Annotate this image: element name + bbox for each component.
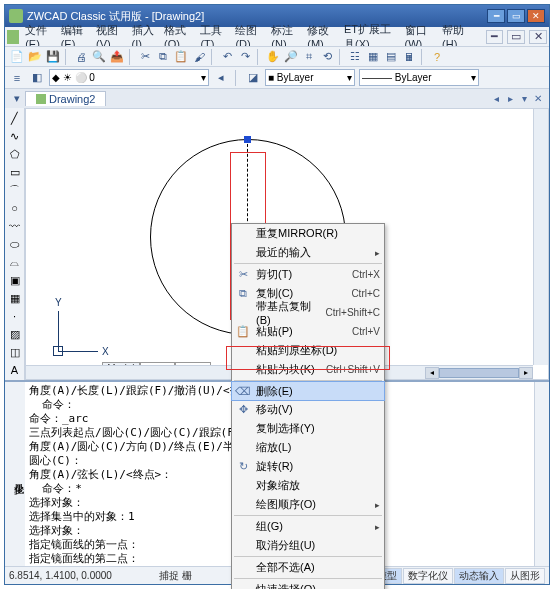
layer-toolbar: ≡ ◧ ◆ ☀ ⚪ 0▾ ◂ ◪ ■ ByLayer▾ ——— ByLayer▾: [5, 66, 549, 88]
new-icon[interactable]: 📄: [9, 49, 25, 65]
status-snap[interactable]: 捕捉 栅: [159, 569, 192, 583]
vscrollbar[interactable]: [533, 109, 548, 365]
ctx-item[interactable]: 绘图顺序(O)▸: [232, 495, 384, 514]
minimize-button[interactable]: ━: [487, 9, 505, 23]
design-center-icon[interactable]: ▦: [365, 49, 381, 65]
paste-icon[interactable]: 📋: [173, 49, 189, 65]
arc-tool-icon[interactable]: ⌒: [7, 182, 23, 198]
status-dyn-input[interactable]: 动态输入: [454, 568, 504, 584]
save-icon[interactable]: 💾: [45, 49, 61, 65]
open-icon[interactable]: 📂: [27, 49, 43, 65]
line-tool-icon[interactable]: ╱: [7, 110, 23, 126]
zoom-rt-icon[interactable]: 🔎: [283, 49, 299, 65]
ctx-item-shortcut: Ctrl+V: [352, 326, 380, 337]
ctx-item[interactable]: 快速选择(Q)...: [232, 580, 384, 589]
ctx-item[interactable]: 粘贴到原坐标(D): [232, 341, 384, 360]
ctx-item[interactable]: 对象缩放: [232, 476, 384, 495]
ctx-item[interactable]: ✂剪切(T)Ctrl+X: [232, 265, 384, 284]
ctx-item[interactable]: 粘贴为块(K)Ctrl+Shift+V: [232, 360, 384, 379]
ctx-item-shortcut: Ctrl+C: [351, 288, 380, 299]
doc-dropdown-icon[interactable]: ▾: [9, 91, 25, 107]
ctx-item[interactable]: 带基点复制(B)Ctrl+Shift+C: [232, 303, 384, 322]
layer-mgr-icon[interactable]: ≡: [9, 70, 25, 86]
doc-tab-active[interactable]: Drawing2: [25, 91, 106, 106]
cmd-scrollbar[interactable]: [534, 382, 549, 566]
cmd-side-label[interactable]: 最少化: [5, 382, 25, 566]
copy-icon[interactable]: ⧉: [155, 49, 171, 65]
color-dropdown[interactable]: ■ ByLayer▾: [265, 69, 355, 86]
color-icon[interactable]: ◪: [245, 70, 261, 86]
ctx-item[interactable]: 📋粘贴(P)Ctrl+V: [232, 322, 384, 341]
mdi-min-button[interactable]: ━: [486, 30, 503, 44]
make-block-icon[interactable]: ▦: [7, 290, 23, 306]
mdi-close-button[interactable]: ✕: [529, 30, 547, 44]
ctx-item-shortcut: Ctrl+Shift+C: [326, 307, 380, 318]
ellipse-arc-icon[interactable]: ⌓: [7, 254, 23, 270]
rect-tool-icon[interactable]: ▭: [7, 164, 23, 180]
insert-block-icon[interactable]: ▣: [7, 272, 23, 288]
submenu-arrow-icon: ▸: [375, 500, 380, 510]
layer-state-icon[interactable]: ◧: [29, 70, 45, 86]
ctx-item[interactable]: ↻旋转(R): [232, 457, 384, 476]
ctx-item[interactable]: 组(G)▸: [232, 517, 384, 536]
ctx-item-label: 组(G): [256, 519, 283, 534]
spline-tool-icon[interactable]: 〰: [7, 218, 23, 234]
ctx-item[interactable]: 全部不选(A): [232, 558, 384, 577]
grip-top[interactable]: [244, 136, 251, 143]
ellipse-tool-icon[interactable]: ⬭: [7, 236, 23, 252]
props-icon[interactable]: ☷: [347, 49, 363, 65]
ctx-item[interactable]: 最近的输入▸: [232, 243, 384, 262]
help-icon[interactable]: ?: [429, 49, 445, 65]
ctx-item-label: 粘贴到原坐标(D): [256, 343, 337, 358]
preview-icon[interactable]: 🔍: [91, 49, 107, 65]
polygon-tool-icon[interactable]: ⬠: [7, 146, 23, 162]
point-tool-icon[interactable]: ·: [7, 308, 23, 324]
maximize-button[interactable]: ▭: [507, 9, 525, 23]
ctx-item[interactable]: ✥移动(V): [232, 400, 384, 419]
linetype-dropdown[interactable]: ——— ByLayer▾: [359, 69, 479, 86]
tab-nav-list-icon[interactable]: ▾: [517, 92, 531, 106]
zoom-win-icon[interactable]: ⌗: [301, 49, 317, 65]
ctx-item-icon: ⌫: [236, 384, 250, 398]
ctx-item[interactable]: 缩放(L): [232, 438, 384, 457]
ctx-item[interactable]: ⌫删除(E): [231, 381, 385, 401]
tab-nav-next-icon[interactable]: ▸: [503, 92, 517, 106]
undo-icon[interactable]: ↶: [219, 49, 235, 65]
tab-nav-prev-icon[interactable]: ◂: [489, 92, 503, 106]
ctx-item[interactable]: 取消分组(U): [232, 536, 384, 555]
standard-toolbar: 📄 📂 💾 🖨 🔍 📤 ✂ ⧉ 📋 🖌 ↶ ↷ ✋ 🔎 ⌗ ⟲ ☷ ▦ ▤ 🖩 …: [5, 46, 549, 66]
status-from-drawing[interactable]: 从图形: [505, 568, 545, 584]
layer-dropdown[interactable]: ◆ ☀ ⚪ 0▾: [49, 69, 209, 86]
ctx-item-label: 缩放(L): [256, 440, 291, 455]
ctx-item-label: 复制选择(Y): [256, 421, 315, 436]
calc-icon[interactable]: 🖩: [401, 49, 417, 65]
tab-close-icon[interactable]: ✕: [531, 92, 545, 106]
redo-icon[interactable]: ↷: [237, 49, 253, 65]
text-tool-icon[interactable]: A: [7, 362, 23, 378]
layer-prev-icon[interactable]: ◂: [213, 70, 229, 86]
hatch-tool-icon[interactable]: ▨: [7, 326, 23, 342]
pline-tool-icon[interactable]: ∿: [7, 128, 23, 144]
doc-tab-label: Drawing2: [49, 93, 95, 105]
ctx-item[interactable]: 复制选择(Y): [232, 419, 384, 438]
region-tool-icon[interactable]: ◫: [7, 344, 23, 360]
ctx-item-label: 删除(E): [256, 384, 293, 399]
print-icon[interactable]: 🖨: [73, 49, 89, 65]
close-button[interactable]: ✕: [527, 9, 545, 23]
ctx-item-label: 粘贴(P): [256, 324, 293, 339]
ctx-item-icon: ⧉: [236, 287, 250, 301]
circle-tool-icon[interactable]: ○: [7, 200, 23, 216]
mdi-restore-button[interactable]: ▭: [507, 30, 525, 44]
ctx-item-label: 对象缩放: [256, 478, 300, 493]
cut-icon[interactable]: ✂: [137, 49, 153, 65]
ctx-item[interactable]: 重复MIRROR(R): [232, 224, 384, 243]
publish-icon[interactable]: 📤: [109, 49, 125, 65]
status-tablet[interactable]: 数字化仪: [403, 568, 453, 584]
zoom-prev-icon[interactable]: ⟲: [319, 49, 335, 65]
ctx-item-icon: ↻: [236, 460, 250, 474]
tool-palettes-icon[interactable]: ▤: [383, 49, 399, 65]
ctx-item-icon: ✂: [236, 268, 250, 282]
pan-icon[interactable]: ✋: [265, 49, 281, 65]
ctx-item-label: 移动(V): [256, 402, 293, 417]
match-icon[interactable]: 🖌: [191, 49, 207, 65]
